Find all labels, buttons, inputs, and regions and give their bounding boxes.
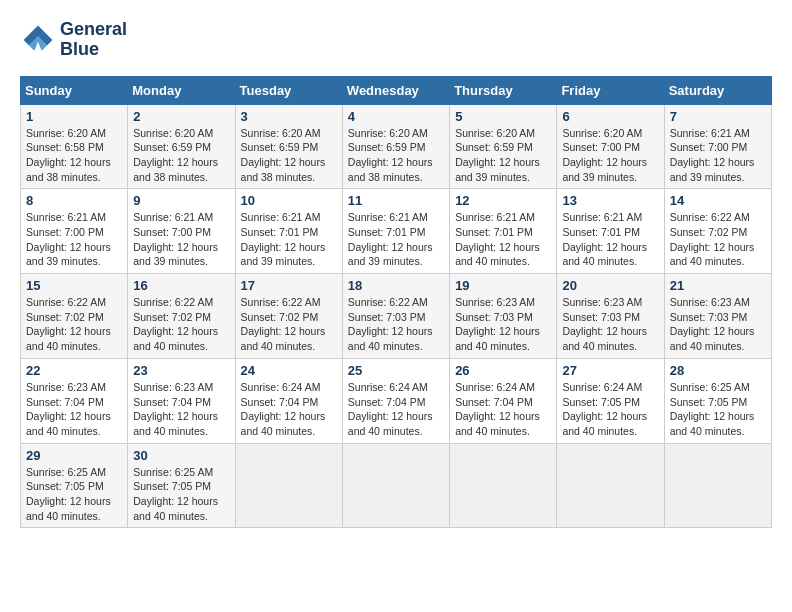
day-info: Sunrise: 6:23 AM Sunset: 7:03 PM Dayligh… (455, 295, 551, 354)
calendar-day-cell: 16 Sunrise: 6:22 AM Sunset: 7:02 PM Dayl… (128, 274, 235, 359)
day-number: 1 (26, 109, 122, 124)
day-info: Sunrise: 6:24 AM Sunset: 7:04 PM Dayligh… (455, 380, 551, 439)
calendar-day-cell: 20 Sunrise: 6:23 AM Sunset: 7:03 PM Dayl… (557, 274, 664, 359)
calendar-day-cell: 25 Sunrise: 6:24 AM Sunset: 7:04 PM Dayl… (342, 358, 449, 443)
day-info: Sunrise: 6:24 AM Sunset: 7:04 PM Dayligh… (241, 380, 337, 439)
logo-icon (20, 22, 56, 58)
day-number: 9 (133, 193, 229, 208)
weekday-header-cell: Wednesday (342, 76, 449, 104)
day-info: Sunrise: 6:21 AM Sunset: 7:01 PM Dayligh… (455, 210, 551, 269)
day-number: 27 (562, 363, 658, 378)
day-number: 3 (241, 109, 337, 124)
day-number: 5 (455, 109, 551, 124)
day-number: 16 (133, 278, 229, 293)
calendar-day-cell: 4 Sunrise: 6:20 AM Sunset: 6:59 PM Dayli… (342, 104, 449, 189)
day-number: 22 (26, 363, 122, 378)
day-info: Sunrise: 6:22 AM Sunset: 7:02 PM Dayligh… (241, 295, 337, 354)
day-number: 26 (455, 363, 551, 378)
day-number: 19 (455, 278, 551, 293)
calendar-day-cell: 12 Sunrise: 6:21 AM Sunset: 7:01 PM Dayl… (450, 189, 557, 274)
day-number: 30 (133, 448, 229, 463)
calendar-day-cell: 29 Sunrise: 6:25 AM Sunset: 7:05 PM Dayl… (21, 443, 128, 528)
calendar-day-cell: 7 Sunrise: 6:21 AM Sunset: 7:00 PM Dayli… (664, 104, 771, 189)
day-number: 2 (133, 109, 229, 124)
calendar-day-cell (450, 443, 557, 528)
day-info: Sunrise: 6:23 AM Sunset: 7:03 PM Dayligh… (562, 295, 658, 354)
weekday-header-cell: Friday (557, 76, 664, 104)
calendar-day-cell: 13 Sunrise: 6:21 AM Sunset: 7:01 PM Dayl… (557, 189, 664, 274)
day-info: Sunrise: 6:20 AM Sunset: 6:59 PM Dayligh… (133, 126, 229, 185)
day-number: 28 (670, 363, 766, 378)
day-info: Sunrise: 6:21 AM Sunset: 7:01 PM Dayligh… (562, 210, 658, 269)
day-number: 12 (455, 193, 551, 208)
calendar-table: SundayMondayTuesdayWednesdayThursdayFrid… (20, 76, 772, 529)
calendar-day-cell: 1 Sunrise: 6:20 AM Sunset: 6:58 PM Dayli… (21, 104, 128, 189)
day-info: Sunrise: 6:22 AM Sunset: 7:02 PM Dayligh… (133, 295, 229, 354)
calendar-day-cell: 23 Sunrise: 6:23 AM Sunset: 7:04 PM Dayl… (128, 358, 235, 443)
day-info: Sunrise: 6:23 AM Sunset: 7:03 PM Dayligh… (670, 295, 766, 354)
weekday-header-cell: Thursday (450, 76, 557, 104)
calendar-day-cell (557, 443, 664, 528)
day-info: Sunrise: 6:23 AM Sunset: 7:04 PM Dayligh… (133, 380, 229, 439)
calendar-day-cell: 28 Sunrise: 6:25 AM Sunset: 7:05 PM Dayl… (664, 358, 771, 443)
day-info: Sunrise: 6:21 AM Sunset: 7:00 PM Dayligh… (670, 126, 766, 185)
day-number: 17 (241, 278, 337, 293)
logo: General Blue (20, 20, 127, 60)
day-info: Sunrise: 6:23 AM Sunset: 7:04 PM Dayligh… (26, 380, 122, 439)
day-number: 14 (670, 193, 766, 208)
calendar-day-cell (342, 443, 449, 528)
day-info: Sunrise: 6:25 AM Sunset: 7:05 PM Dayligh… (133, 465, 229, 524)
day-info: Sunrise: 6:22 AM Sunset: 7:03 PM Dayligh… (348, 295, 444, 354)
calendar-day-cell: 3 Sunrise: 6:20 AM Sunset: 6:59 PM Dayli… (235, 104, 342, 189)
day-info: Sunrise: 6:22 AM Sunset: 7:02 PM Dayligh… (26, 295, 122, 354)
svg-marker-0 (24, 25, 53, 45)
calendar-day-cell: 2 Sunrise: 6:20 AM Sunset: 6:59 PM Dayli… (128, 104, 235, 189)
calendar-body: 1 Sunrise: 6:20 AM Sunset: 6:58 PM Dayli… (21, 104, 772, 528)
day-number: 7 (670, 109, 766, 124)
weekday-header-row: SundayMondayTuesdayWednesdayThursdayFrid… (21, 76, 772, 104)
day-info: Sunrise: 6:21 AM Sunset: 7:01 PM Dayligh… (241, 210, 337, 269)
day-info: Sunrise: 6:25 AM Sunset: 7:05 PM Dayligh… (670, 380, 766, 439)
calendar-day-cell: 17 Sunrise: 6:22 AM Sunset: 7:02 PM Dayl… (235, 274, 342, 359)
day-number: 15 (26, 278, 122, 293)
day-number: 11 (348, 193, 444, 208)
calendar-day-cell: 15 Sunrise: 6:22 AM Sunset: 7:02 PM Dayl… (21, 274, 128, 359)
day-info: Sunrise: 6:20 AM Sunset: 7:00 PM Dayligh… (562, 126, 658, 185)
calendar-day-cell: 21 Sunrise: 6:23 AM Sunset: 7:03 PM Dayl… (664, 274, 771, 359)
calendar-day-cell: 8 Sunrise: 6:21 AM Sunset: 7:00 PM Dayli… (21, 189, 128, 274)
calendar-day-cell: 30 Sunrise: 6:25 AM Sunset: 7:05 PM Dayl… (128, 443, 235, 528)
calendar-day-cell: 19 Sunrise: 6:23 AM Sunset: 7:03 PM Dayl… (450, 274, 557, 359)
calendar-day-cell (235, 443, 342, 528)
day-info: Sunrise: 6:20 AM Sunset: 6:58 PM Dayligh… (26, 126, 122, 185)
day-number: 21 (670, 278, 766, 293)
day-info: Sunrise: 6:25 AM Sunset: 7:05 PM Dayligh… (26, 465, 122, 524)
calendar-day-cell: 9 Sunrise: 6:21 AM Sunset: 7:00 PM Dayli… (128, 189, 235, 274)
weekday-header-cell: Tuesday (235, 76, 342, 104)
day-info: Sunrise: 6:20 AM Sunset: 6:59 PM Dayligh… (241, 126, 337, 185)
day-number: 25 (348, 363, 444, 378)
calendar-week-row: 15 Sunrise: 6:22 AM Sunset: 7:02 PM Dayl… (21, 274, 772, 359)
day-number: 20 (562, 278, 658, 293)
calendar-week-row: 29 Sunrise: 6:25 AM Sunset: 7:05 PM Dayl… (21, 443, 772, 528)
day-info: Sunrise: 6:21 AM Sunset: 7:00 PM Dayligh… (133, 210, 229, 269)
day-info: Sunrise: 6:21 AM Sunset: 7:01 PM Dayligh… (348, 210, 444, 269)
calendar-week-row: 1 Sunrise: 6:20 AM Sunset: 6:58 PM Dayli… (21, 104, 772, 189)
calendar-day-cell (664, 443, 771, 528)
calendar-day-cell: 18 Sunrise: 6:22 AM Sunset: 7:03 PM Dayl… (342, 274, 449, 359)
day-number: 23 (133, 363, 229, 378)
day-number: 13 (562, 193, 658, 208)
day-number: 8 (26, 193, 122, 208)
calendar-day-cell: 10 Sunrise: 6:21 AM Sunset: 7:01 PM Dayl… (235, 189, 342, 274)
calendar-day-cell: 14 Sunrise: 6:22 AM Sunset: 7:02 PM Dayl… (664, 189, 771, 274)
day-info: Sunrise: 6:20 AM Sunset: 6:59 PM Dayligh… (348, 126, 444, 185)
day-info: Sunrise: 6:24 AM Sunset: 7:05 PM Dayligh… (562, 380, 658, 439)
logo-text: General Blue (60, 20, 127, 60)
weekday-header-cell: Monday (128, 76, 235, 104)
day-number: 18 (348, 278, 444, 293)
day-info: Sunrise: 6:24 AM Sunset: 7:04 PM Dayligh… (348, 380, 444, 439)
calendar-day-cell: 27 Sunrise: 6:24 AM Sunset: 7:05 PM Dayl… (557, 358, 664, 443)
calendar-week-row: 22 Sunrise: 6:23 AM Sunset: 7:04 PM Dayl… (21, 358, 772, 443)
day-number: 10 (241, 193, 337, 208)
day-number: 4 (348, 109, 444, 124)
day-number: 6 (562, 109, 658, 124)
